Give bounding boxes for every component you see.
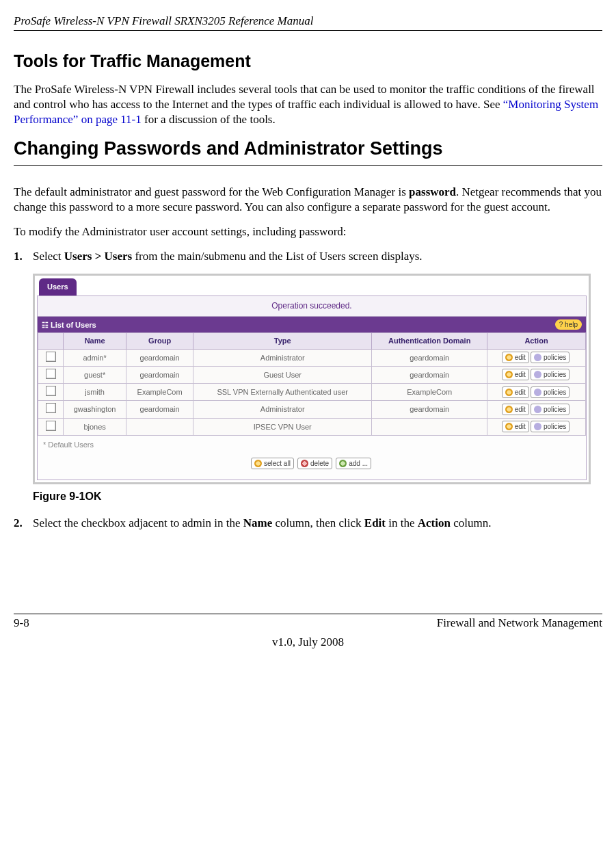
edit-label: edit <box>515 405 526 414</box>
delete-button[interactable]: delete <box>297 458 332 469</box>
row-checkbox[interactable] <box>46 421 56 431</box>
policies-button[interactable]: policies <box>531 352 570 363</box>
chapter-title: Firewall and Network Management <box>437 616 602 631</box>
edit-button[interactable]: edit <box>502 369 529 380</box>
policies-icon <box>534 406 541 413</box>
page-number: 9-8 <box>14 616 29 631</box>
policies-button[interactable]: policies <box>531 421 570 432</box>
cell-action: editpolicies <box>487 418 586 435</box>
col-ref-action: Action <box>418 516 451 529</box>
tab-users[interactable]: Users <box>39 278 77 295</box>
col-type: Type <box>193 333 372 349</box>
cell-group: geardomain <box>126 349 193 366</box>
grid-icon: ☷ List of Users <box>42 320 96 330</box>
cell-auth: geardomain <box>372 366 487 383</box>
text: Select the checkbox adjacent to admin in… <box>33 516 243 529</box>
cell-type: IPSEC VPN User <box>193 418 372 435</box>
policies-label: policies <box>544 388 566 397</box>
text: in the <box>386 516 418 529</box>
row-checkbox[interactable] <box>46 403 56 413</box>
edit-icon <box>505 406 513 413</box>
text: The default administrator and guest pass… <box>14 185 409 198</box>
table-header-row: Name Group Type Authentication Domain Ac… <box>38 333 586 349</box>
header-rule <box>14 30 602 31</box>
cell-auth <box>372 418 487 435</box>
edit-icon <box>505 371 513 378</box>
col-auth: Authentication Domain <box>372 333 487 349</box>
figure-caption: Figure 9-1OK <box>33 490 602 504</box>
policies-label: policies <box>544 422 566 431</box>
check-icon <box>254 460 262 467</box>
policies-button[interactable]: policies <box>531 369 570 380</box>
footer-version: v1.0, July 2008 <box>14 635 602 650</box>
text: for a discussion of the tools. <box>142 113 276 126</box>
policies-label: policies <box>544 370 566 379</box>
cell-group <box>126 418 193 435</box>
policies-label: policies <box>544 353 566 362</box>
text: column. <box>451 516 492 529</box>
cell-group: geardomain <box>126 366 193 383</box>
row-checkbox[interactable] <box>46 352 56 362</box>
add-icon <box>339 460 347 467</box>
footer-line: 9-8 Firewall and Network Management <box>14 616 602 631</box>
cell-action: editpolicies <box>487 384 586 401</box>
cell-auth: geardomain <box>372 401 487 418</box>
table-row: gwashington geardomain Administrator gea… <box>38 401 586 418</box>
cell-auth: ExampleCom <box>372 384 487 401</box>
cell-type: SSL VPN Externally Authenticated user <box>193 384 372 401</box>
step-number: 2. <box>14 516 23 531</box>
button-row: select all delete add ... <box>38 458 586 479</box>
cell-type: Administrator <box>193 401 372 418</box>
cell-group: ExampleCom <box>126 384 193 401</box>
tab-row: Users <box>35 276 589 295</box>
edit-button[interactable]: edit <box>502 352 529 363</box>
policies-button[interactable]: policies <box>531 386 570 398</box>
table-row: bjones IPSEC VPN User editpolicies <box>38 418 586 435</box>
section2-paragraph1: The default administrator and guest pass… <box>14 185 602 215</box>
panel: Operation succeeded. ☷ List of Users ? h… <box>37 296 587 480</box>
figure-9-1: Users Operation succeeded. ☷ List of Use… <box>33 274 602 503</box>
col-action: Action <box>487 333 586 349</box>
doc-header: ProSafe Wireless-N VPN Firewall SRXN3205… <box>14 14 602 29</box>
step-2: 2. Select the checkbox adjacent to admin… <box>14 516 602 531</box>
table-row: guest* geardomain Guest User geardomain … <box>38 366 586 383</box>
col-ref-name: Name <box>243 516 272 529</box>
policies-icon <box>534 371 541 378</box>
step-number: 1. <box>14 249 23 264</box>
section-heading-tools: Tools for Traffic Management <box>14 50 602 73</box>
menu-path: Users > Users <box>64 250 132 263</box>
policies-icon <box>534 423 541 430</box>
help-label: help <box>565 321 578 328</box>
panel-subheader: ☷ List of Users ? help <box>38 317 586 332</box>
policies-button[interactable]: policies <box>531 404 570 415</box>
select-all-button[interactable]: select all <box>251 458 294 469</box>
cell-name: jsmith <box>64 384 126 401</box>
edit-icon <box>505 354 513 361</box>
edit-label: edit <box>515 422 526 431</box>
col-group: Group <box>126 333 193 349</box>
row-checkbox[interactable] <box>46 386 56 396</box>
footer-rule <box>14 614 602 614</box>
delete-label: delete <box>310 459 329 468</box>
row-checkbox[interactable] <box>46 369 56 379</box>
cell-type: Guest User <box>193 366 372 383</box>
cell-action: editpolicies <box>487 401 586 418</box>
step-1: 1. Select Users > Users from the main/su… <box>14 249 602 264</box>
edit-button[interactable]: edit <box>502 386 529 398</box>
col-checkbox <box>38 333 64 349</box>
table-row: admin* geardomain Administrator geardoma… <box>38 349 586 366</box>
edit-button[interactable]: edit <box>502 421 529 432</box>
cell-name: guest* <box>64 366 126 383</box>
users-screenshot: Users Operation succeeded. ☷ List of Use… <box>33 274 591 484</box>
delete-icon <box>301 460 308 467</box>
add-button[interactable]: add ... <box>336 458 371 469</box>
edit-label: edit <box>515 370 526 379</box>
edit-icon <box>505 389 513 396</box>
cell-name: bjones <box>64 418 126 435</box>
edit-icon <box>505 423 513 430</box>
edit-button[interactable]: edit <box>502 404 529 415</box>
help-button[interactable]: ? help <box>555 319 582 330</box>
text: Select <box>33 250 64 263</box>
btn-ref-edit: Edit <box>364 516 386 529</box>
section1-paragraph: The ProSafe Wireless-N VPN Firewall incl… <box>14 82 602 127</box>
